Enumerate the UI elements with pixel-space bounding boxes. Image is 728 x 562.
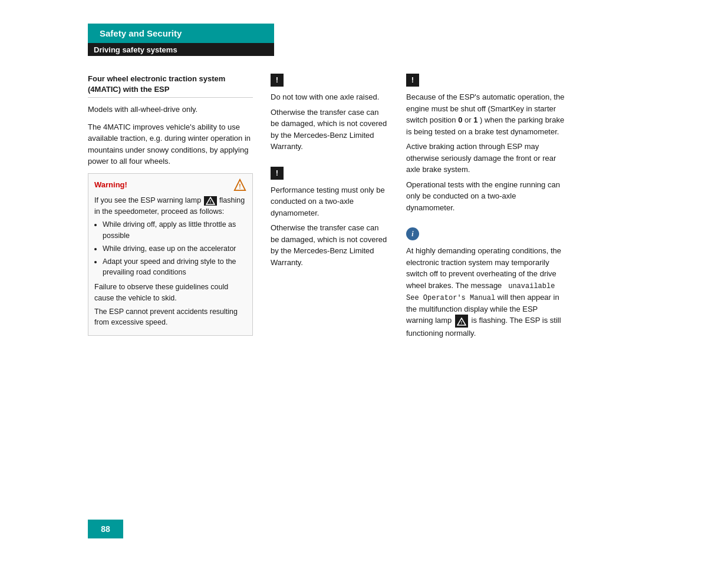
esp-lamp-icon: ! bbox=[204, 196, 217, 206]
header-section: Safety and Security Driving safety syste… bbox=[88, 24, 728, 56]
middle-notice-1: ! Do not tow with one axle raised. Other… bbox=[271, 74, 388, 153]
header-black-bar: Driving safety systems bbox=[88, 43, 274, 56]
right-notice-2-text: At highly demanding operating conditions… bbox=[406, 245, 565, 339]
section-heading: Four wheel electronic traction system (4… bbox=[88, 74, 253, 95]
warning-bullet-2: While driving, ease up on the accelerato… bbox=[103, 243, 246, 254]
middle-notice-2-text: Performance testing must only be conduct… bbox=[271, 184, 388, 269]
middle-notice-2: ! Performance testing must only be condu… bbox=[271, 167, 388, 269]
warning-bullet-3: Adapt your speed and driving style to th… bbox=[103, 256, 246, 279]
header-subtitle: Driving safety systems bbox=[94, 45, 177, 54]
warning-intro: If you see the ESP warning lamp ! flashi… bbox=[94, 195, 246, 217]
section-divider bbox=[88, 97, 253, 98]
body-text: The 4MATIC improves vehicle's ability to… bbox=[88, 121, 253, 167]
right-notice-1-text: Because of the ESP's automatic operation… bbox=[406, 91, 565, 213]
info-icon: i bbox=[406, 227, 419, 240]
page-number: 88 bbox=[88, 520, 123, 538]
right-notice-2: i At highly demanding operating conditio… bbox=[406, 227, 565, 339]
warning-header: Warning! ! bbox=[94, 178, 246, 191]
warning-footer1: Failure to observe these guidelines coul… bbox=[94, 282, 246, 304]
exclaim-icon-3: ! bbox=[406, 74, 419, 87]
intro-text: Models with all-wheel-drive only. bbox=[88, 104, 253, 115]
page-container: Safety and Security Driving safety syste… bbox=[0, 0, 728, 562]
header-teal-bar: Safety and Security bbox=[88, 24, 274, 43]
middle-notice-1-text: Do not tow with one axle raised. Otherwi… bbox=[271, 91, 388, 153]
warning-body: If you see the ESP warning lamp ! flashi… bbox=[94, 195, 246, 328]
middle-column: ! Do not tow with one axle raised. Other… bbox=[271, 74, 406, 353]
warning-bullet-1: While driving off, apply as little throt… bbox=[103, 219, 246, 242]
header-title: Safety and Security bbox=[100, 28, 182, 38]
exclaim-icon-2: ! bbox=[271, 167, 284, 180]
svg-text:!: ! bbox=[239, 183, 241, 190]
content-area: Four wheel electronic traction system (4… bbox=[88, 74, 654, 353]
right-notice-1: ! Because of the ESP's automatic operati… bbox=[406, 74, 565, 213]
warning-label: Warning! bbox=[94, 180, 127, 189]
esp-lamp-inline-right: ! bbox=[455, 315, 468, 328]
left-column: Four wheel electronic traction system (4… bbox=[88, 74, 271, 353]
warning-box: Warning! ! If you see the ESP warning la… bbox=[88, 173, 253, 336]
right-column: ! Because of the ESP's automatic operati… bbox=[406, 74, 565, 353]
svg-text:!: ! bbox=[461, 320, 462, 325]
svg-text:!: ! bbox=[209, 200, 210, 204]
warning-triangle-icon: ! bbox=[233, 178, 246, 191]
exclaim-icon-1: ! bbox=[271, 74, 284, 87]
warning-bullets: While driving off, apply as little throt… bbox=[103, 219, 246, 278]
warning-footer2: The ESP cannot prevent accidents resulti… bbox=[94, 306, 246, 329]
